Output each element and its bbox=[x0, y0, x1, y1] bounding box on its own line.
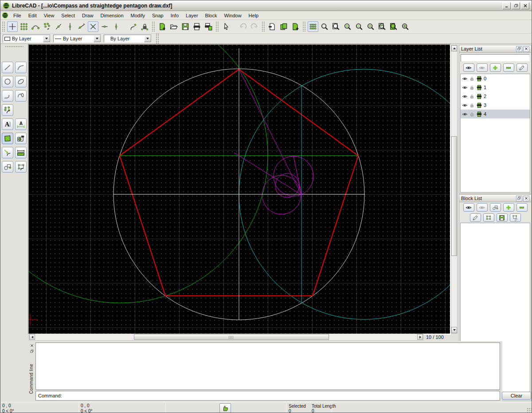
hatch-tool[interactable] bbox=[2, 133, 13, 144]
zoom-pan-button[interactable] bbox=[400, 21, 411, 32]
circle-tool[interactable] bbox=[2, 76, 13, 87]
set-relative-zero-button[interactable] bbox=[128, 21, 138, 32]
document-plus-button[interactable] bbox=[290, 21, 301, 32]
scroll-up-button[interactable] bbox=[451, 45, 457, 51]
open-drawing-button[interactable] bbox=[168, 21, 179, 32]
close-dock-icon[interactable] bbox=[29, 343, 35, 348]
layer-print-icon[interactable] bbox=[476, 111, 482, 117]
construction-circle-magenta-small[interactable] bbox=[275, 173, 299, 197]
layer-print-icon[interactable] bbox=[476, 75, 482, 82]
layer-lock-icon[interactable] bbox=[469, 111, 475, 117]
snap-distance-button[interactable] bbox=[76, 21, 87, 32]
image-tool[interactable] bbox=[15, 133, 27, 144]
grid-toggle-button[interactable] bbox=[308, 21, 318, 32]
toolbar-handle[interactable] bbox=[215, 21, 219, 32]
snap-grid-button[interactable] bbox=[19, 21, 29, 32]
arc-tool[interactable] bbox=[15, 62, 27, 73]
clear-button[interactable]: Clear bbox=[502, 392, 531, 400]
redo-button[interactable] bbox=[249, 21, 260, 32]
save-drawing-button[interactable] bbox=[180, 21, 191, 32]
restrict-horizontal-button[interactable] bbox=[99, 21, 110, 32]
scroll-right-button[interactable] bbox=[417, 334, 423, 340]
toolbar-handle[interactable] bbox=[302, 21, 306, 32]
toolbar-handle[interactable] bbox=[156, 33, 159, 44]
menu-window[interactable]: Window bbox=[220, 12, 245, 20]
block-tool[interactable] bbox=[2, 161, 13, 173]
vertical-scroll-thumb[interactable] bbox=[451, 136, 457, 256]
snap-middle-button[interactable] bbox=[65, 21, 75, 32]
menu-help[interactable]: Help bbox=[245, 12, 262, 20]
line-width-combo[interactable]: By Layer bbox=[53, 35, 101, 43]
palette-handle[interactable] bbox=[5, 46, 23, 48]
insert-block-button[interactable] bbox=[510, 213, 521, 222]
lock-relative-zero-button[interactable] bbox=[139, 21, 150, 32]
scroll-down-button[interactable] bbox=[451, 327, 457, 333]
layer-row-3[interactable]: 3 bbox=[461, 101, 530, 110]
horizontal-scrollbar[interactable] bbox=[29, 334, 423, 341]
points-tool[interactable] bbox=[2, 104, 13, 116]
menu-edit[interactable]: Edit bbox=[25, 12, 40, 20]
menu-view[interactable]: View bbox=[40, 12, 58, 20]
layer-print-icon[interactable] bbox=[476, 84, 482, 90]
text-tool[interactable]: A bbox=[2, 118, 13, 130]
menu-info[interactable]: Info bbox=[167, 12, 182, 20]
zoom-out-button[interactable] bbox=[354, 21, 364, 32]
blocks-defreeze-all-button[interactable] bbox=[463, 203, 474, 212]
toolbar-handle[interactable] bbox=[2, 21, 5, 32]
measure-tool[interactable] bbox=[15, 147, 27, 158]
horizontal-scroll-thumb[interactable] bbox=[134, 334, 329, 340]
select-pointer-button[interactable] bbox=[221, 21, 231, 32]
line-tool[interactable] bbox=[2, 62, 13, 73]
float-dock-icon[interactable] bbox=[29, 349, 35, 354]
polyline-tool[interactable] bbox=[2, 90, 13, 102]
drawing-canvas[interactable] bbox=[29, 45, 450, 334]
layer-visibility-icon[interactable] bbox=[462, 85, 468, 90]
layer-print-icon[interactable] bbox=[476, 93, 482, 99]
ellipse-tool[interactable] bbox=[15, 76, 27, 87]
document-minus-button[interactable] bbox=[267, 21, 278, 32]
zoom-auto-button[interactable] bbox=[365, 21, 376, 32]
select-tool[interactable] bbox=[15, 161, 27, 173]
zoom-redraw-button[interactable] bbox=[319, 21, 330, 32]
chevron-down-icon[interactable] bbox=[144, 35, 151, 42]
edit-block-button[interactable] bbox=[483, 213, 494, 222]
layer-visibility-icon[interactable] bbox=[462, 111, 468, 117]
menu-dimension[interactable]: Dimension bbox=[97, 12, 127, 20]
minimize-button[interactable] bbox=[502, 2, 511, 9]
snap-on-entity-button[interactable] bbox=[42, 21, 52, 32]
print-preview-button[interactable] bbox=[203, 21, 214, 32]
dimension-tool[interactable]: A bbox=[15, 118, 27, 130]
resize-grip[interactable] bbox=[527, 408, 531, 412]
menu-file[interactable]: File bbox=[10, 12, 25, 20]
layers-defreeze-all-button[interactable] bbox=[463, 63, 474, 72]
layers-freeze-all-button[interactable] bbox=[477, 63, 488, 72]
add-layer-button[interactable] bbox=[490, 63, 501, 72]
zoom-in-button[interactable] bbox=[342, 21, 353, 32]
restore-button[interactable] bbox=[512, 2, 520, 9]
blocks-freeze-all-button[interactable] bbox=[477, 203, 488, 212]
layer-visibility-icon[interactable] bbox=[462, 94, 468, 99]
magenta-line-tangent[interactable] bbox=[293, 156, 301, 195]
chevron-down-icon[interactable] bbox=[94, 35, 101, 42]
toolbar-handle[interactable] bbox=[152, 21, 155, 32]
new-drawing-button[interactable] bbox=[157, 21, 168, 32]
menu-snap[interactable]: Snap bbox=[149, 12, 167, 20]
snap-endpoint-button[interactable] bbox=[30, 21, 41, 32]
print-button[interactable] bbox=[192, 21, 202, 32]
layer-print-icon[interactable] bbox=[476, 102, 482, 108]
toggle-block-visibility-button[interactable] bbox=[490, 203, 501, 212]
vertical-scrollbar[interactable] bbox=[451, 45, 458, 334]
menu-layer[interactable]: Layer bbox=[182, 12, 202, 20]
construction-circle-green[interactable] bbox=[29, 45, 268, 303]
add-block-button[interactable] bbox=[503, 203, 514, 212]
layer-row-4[interactable]: 4 bbox=[461, 110, 530, 118]
layer-row-2[interactable]: 2 bbox=[461, 92, 530, 101]
save-block-button[interactable] bbox=[497, 213, 508, 222]
remove-block-button[interactable] bbox=[516, 203, 528, 212]
close-panel-icon[interactable] bbox=[523, 46, 529, 52]
snap-intersection-button[interactable] bbox=[88, 21, 98, 32]
spline-tool[interactable] bbox=[15, 90, 27, 102]
line-type-combo[interactable]: By Layer bbox=[104, 35, 152, 43]
menu-block[interactable]: Block bbox=[202, 12, 221, 20]
modify-layer-button[interactable] bbox=[516, 63, 528, 72]
